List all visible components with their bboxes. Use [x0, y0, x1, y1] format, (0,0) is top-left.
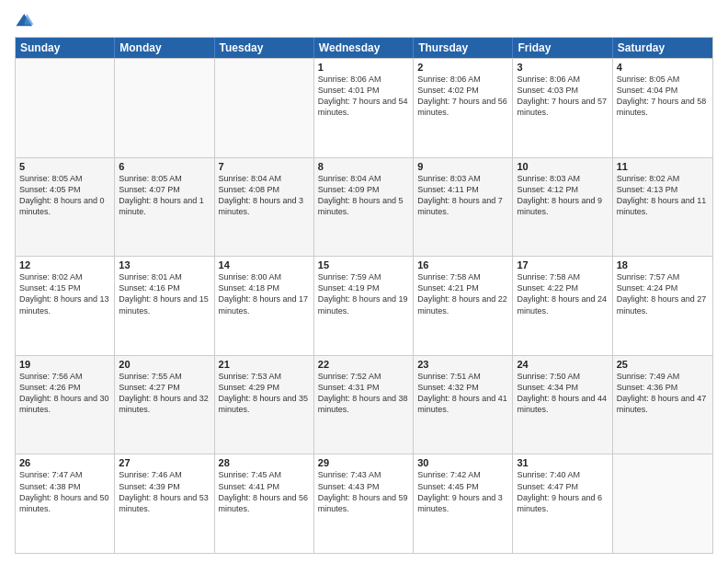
day-info-24: Sunrise: 7:50 AM Sunset: 4:34 PM Dayligh…: [517, 371, 608, 416]
day-number-2: 2: [417, 62, 508, 73]
calendar-body: 1Sunrise: 8:06 AM Sunset: 4:01 PM Daylig…: [16, 58, 712, 553]
day-number-20: 20: [119, 359, 210, 370]
day-cell-14: 14Sunrise: 8:00 AM Sunset: 4:18 PM Dayli…: [215, 257, 314, 355]
day-info-28: Sunrise: 7:45 AM Sunset: 4:41 PM Dayligh…: [219, 469, 310, 514]
day-number-26: 26: [19, 457, 110, 468]
day-info-7: Sunrise: 8:04 AM Sunset: 4:08 PM Dayligh…: [219, 173, 310, 218]
logo: [15, 11, 39, 31]
day-number-17: 17: [517, 259, 608, 270]
day-number-15: 15: [318, 259, 409, 270]
day-info-16: Sunrise: 7:58 AM Sunset: 4:21 PM Dayligh…: [417, 271, 508, 316]
day-number-13: 13: [119, 259, 210, 270]
day-info-1: Sunrise: 8:06 AM Sunset: 4:01 PM Dayligh…: [318, 74, 409, 119]
day-number-7: 7: [219, 161, 310, 172]
calendar-row-4: 26Sunrise: 7:47 AM Sunset: 4:38 PM Dayli…: [16, 454, 712, 553]
day-number-14: 14: [219, 259, 310, 270]
day-cell-7: 7Sunrise: 8:04 AM Sunset: 4:08 PM Daylig…: [215, 158, 314, 257]
day-number-5: 5: [19, 161, 110, 172]
day-number-23: 23: [417, 359, 508, 370]
day-cell-22: 22Sunrise: 7:52 AM Sunset: 4:31 PM Dayli…: [314, 356, 414, 454]
weekday-header-tuesday: Tuesday: [215, 38, 314, 58]
weekday-header-sunday: Sunday: [16, 38, 115, 58]
day-cell-13: 13Sunrise: 8:01 AM Sunset: 4:16 PM Dayli…: [115, 257, 214, 355]
day-cell-23: 23Sunrise: 7:51 AM Sunset: 4:32 PM Dayli…: [414, 356, 513, 454]
day-number-11: 11: [617, 161, 709, 172]
day-cell-29: 29Sunrise: 7:43 AM Sunset: 4:43 PM Dayli…: [314, 454, 414, 553]
day-info-2: Sunrise: 8:06 AM Sunset: 4:02 PM Dayligh…: [417, 74, 508, 119]
calendar-row-0: 1Sunrise: 8:06 AM Sunset: 4:01 PM Daylig…: [16, 58, 712, 157]
day-info-30: Sunrise: 7:42 AM Sunset: 4:45 PM Dayligh…: [417, 469, 508, 514]
day-cell-21: 21Sunrise: 7:53 AM Sunset: 4:29 PM Dayli…: [215, 356, 314, 454]
day-cell-10: 10Sunrise: 8:03 AM Sunset: 4:12 PM Dayli…: [513, 158, 612, 257]
day-cell-16: 16Sunrise: 7:58 AM Sunset: 4:21 PM Dayli…: [414, 257, 513, 355]
empty-cell-0-2: [215, 59, 314, 157]
svg-marker-1: [24, 14, 33, 25]
day-cell-26: 26Sunrise: 7:47 AM Sunset: 4:38 PM Dayli…: [16, 454, 115, 553]
day-number-27: 27: [119, 457, 210, 468]
day-number-4: 4: [617, 62, 709, 73]
day-number-31: 31: [517, 457, 608, 468]
day-info-23: Sunrise: 7:51 AM Sunset: 4:32 PM Dayligh…: [417, 371, 508, 416]
empty-cell-0-0: [16, 59, 115, 157]
day-info-29: Sunrise: 7:43 AM Sunset: 4:43 PM Dayligh…: [318, 469, 409, 514]
day-cell-9: 9Sunrise: 8:03 AM Sunset: 4:11 PM Daylig…: [414, 158, 513, 257]
day-cell-3: 3Sunrise: 8:06 AM Sunset: 4:03 PM Daylig…: [513, 59, 612, 157]
day-cell-19: 19Sunrise: 7:56 AM Sunset: 4:26 PM Dayli…: [16, 356, 115, 454]
day-number-1: 1: [318, 62, 409, 73]
day-cell-1: 1Sunrise: 8:06 AM Sunset: 4:01 PM Daylig…: [314, 59, 414, 157]
day-cell-20: 20Sunrise: 7:55 AM Sunset: 4:27 PM Dayli…: [115, 356, 214, 454]
day-cell-18: 18Sunrise: 7:57 AM Sunset: 4:24 PM Dayli…: [613, 257, 712, 355]
day-info-8: Sunrise: 8:04 AM Sunset: 4:09 PM Dayligh…: [318, 173, 409, 218]
weekday-header-saturday: Saturday: [613, 38, 712, 58]
day-number-18: 18: [617, 259, 709, 270]
day-number-19: 19: [19, 359, 110, 370]
day-info-25: Sunrise: 7:49 AM Sunset: 4:36 PM Dayligh…: [617, 371, 709, 416]
day-number-12: 12: [19, 259, 110, 270]
day-number-16: 16: [417, 259, 508, 270]
day-info-14: Sunrise: 8:00 AM Sunset: 4:18 PM Dayligh…: [219, 271, 310, 316]
day-cell-31: 31Sunrise: 7:40 AM Sunset: 4:47 PM Dayli…: [513, 454, 612, 553]
page: SundayMondayTuesdayWednesdayThursdayFrid…: [0, 0, 728, 563]
day-number-25: 25: [617, 359, 709, 370]
day-info-22: Sunrise: 7:52 AM Sunset: 4:31 PM Dayligh…: [318, 371, 409, 416]
day-cell-6: 6Sunrise: 8:05 AM Sunset: 4:07 PM Daylig…: [115, 158, 214, 257]
day-info-6: Sunrise: 8:05 AM Sunset: 4:07 PM Dayligh…: [119, 173, 210, 218]
day-cell-25: 25Sunrise: 7:49 AM Sunset: 4:36 PM Dayli…: [613, 356, 712, 454]
day-cell-24: 24Sunrise: 7:50 AM Sunset: 4:34 PM Dayli…: [513, 356, 612, 454]
day-cell-8: 8Sunrise: 8:04 AM Sunset: 4:09 PM Daylig…: [314, 158, 414, 257]
day-number-21: 21: [219, 359, 310, 370]
day-number-9: 9: [417, 161, 508, 172]
day-info-19: Sunrise: 7:56 AM Sunset: 4:26 PM Dayligh…: [19, 371, 110, 416]
day-info-5: Sunrise: 8:05 AM Sunset: 4:05 PM Dayligh…: [19, 173, 110, 218]
calendar-row-1: 5Sunrise: 8:05 AM Sunset: 4:05 PM Daylig…: [16, 157, 712, 257]
day-number-30: 30: [417, 457, 508, 468]
day-info-11: Sunrise: 8:02 AM Sunset: 4:13 PM Dayligh…: [617, 173, 709, 218]
day-cell-27: 27Sunrise: 7:46 AM Sunset: 4:39 PM Dayli…: [115, 454, 214, 553]
weekday-header-thursday: Thursday: [414, 38, 513, 58]
day-number-24: 24: [517, 359, 608, 370]
day-number-29: 29: [318, 457, 409, 468]
day-cell-15: 15Sunrise: 7:59 AM Sunset: 4:19 PM Dayli…: [314, 257, 414, 355]
day-info-12: Sunrise: 8:02 AM Sunset: 4:15 PM Dayligh…: [19, 271, 110, 316]
day-number-6: 6: [119, 161, 210, 172]
calendar-row-3: 19Sunrise: 7:56 AM Sunset: 4:26 PM Dayli…: [16, 355, 712, 454]
day-cell-11: 11Sunrise: 8:02 AM Sunset: 4:13 PM Dayli…: [613, 158, 712, 257]
empty-cell-0-1: [115, 59, 214, 157]
empty-cell-4-6: [613, 454, 712, 553]
day-info-27: Sunrise: 7:46 AM Sunset: 4:39 PM Dayligh…: [119, 469, 210, 514]
day-info-9: Sunrise: 8:03 AM Sunset: 4:11 PM Dayligh…: [417, 173, 508, 218]
weekday-header-wednesday: Wednesday: [314, 38, 414, 58]
day-cell-12: 12Sunrise: 8:02 AM Sunset: 4:15 PM Dayli…: [16, 257, 115, 355]
day-cell-2: 2Sunrise: 8:06 AM Sunset: 4:02 PM Daylig…: [414, 59, 513, 157]
day-info-15: Sunrise: 7:59 AM Sunset: 4:19 PM Dayligh…: [318, 271, 409, 316]
header: [15, 11, 713, 31]
day-cell-4: 4Sunrise: 8:05 AM Sunset: 4:04 PM Daylig…: [613, 59, 712, 157]
day-number-28: 28: [219, 457, 310, 468]
calendar-header: SundayMondayTuesdayWednesdayThursdayFrid…: [16, 38, 712, 58]
day-number-3: 3: [517, 62, 608, 73]
weekday-header-friday: Friday: [513, 38, 612, 58]
calendar: SundayMondayTuesdayWednesdayThursdayFrid…: [15, 37, 713, 554]
day-number-22: 22: [318, 359, 409, 370]
day-info-10: Sunrise: 8:03 AM Sunset: 4:12 PM Dayligh…: [517, 173, 608, 218]
day-cell-30: 30Sunrise: 7:42 AM Sunset: 4:45 PM Dayli…: [414, 454, 513, 553]
